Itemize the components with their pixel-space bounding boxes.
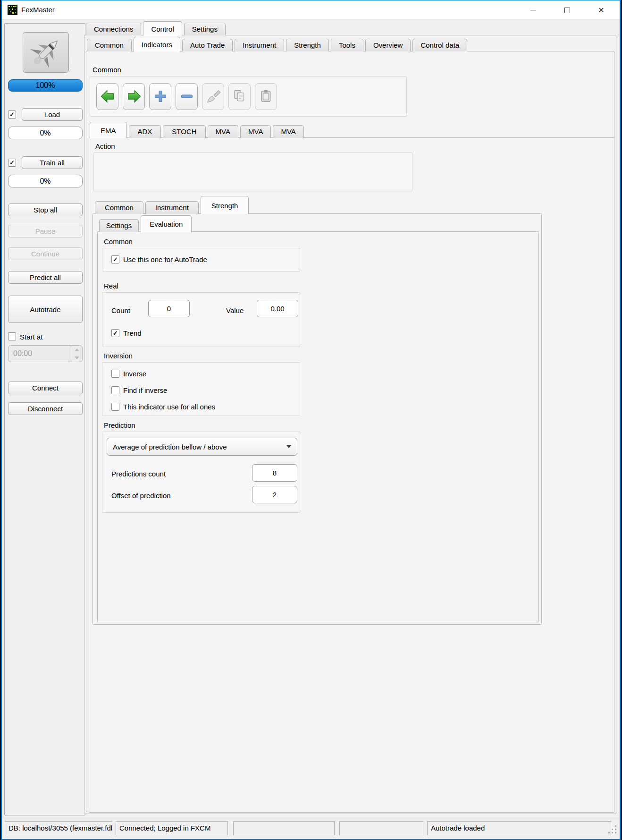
load-button[interactable]: Load bbox=[22, 108, 83, 121]
app-logo-button[interactable] bbox=[23, 32, 69, 73]
train-all-button-label: Train all bbox=[40, 159, 65, 167]
close-icon: ✕ bbox=[598, 6, 604, 15]
connect-button[interactable]: Connect bbox=[8, 382, 83, 394]
tab-control[interactable]: Control bbox=[143, 21, 182, 36]
main-progress-value: 100% bbox=[36, 81, 55, 90]
main-tab-bar: Connections Control Settings bbox=[86, 21, 226, 35]
status-connection: Connected; Logged in FXCM bbox=[116, 821, 228, 835]
tab-evaluation[interactable]: Evaluation bbox=[141, 215, 192, 232]
tab-stoch[interactable]: STOCH bbox=[163, 125, 205, 138]
offset-of-prediction-field[interactable]: 2 bbox=[252, 486, 297, 503]
arrow-right-icon bbox=[126, 89, 142, 104]
maximize-icon bbox=[564, 8, 570, 13]
tab-section-strength[interactable]: Strength bbox=[201, 196, 249, 214]
predict-all-button[interactable]: Predict all bbox=[8, 271, 83, 284]
tab-instrument[interactable]: Instrument bbox=[235, 39, 284, 51]
status-db: DB: localhost/3055 (fexmaster.fdb) bbox=[5, 821, 112, 835]
remove-button[interactable] bbox=[176, 83, 198, 110]
predictions-count-label: Predictions count bbox=[111, 470, 166, 478]
use-for-autotrade-label: Use this one for AutoTrade bbox=[123, 255, 207, 263]
load-checkbox[interactable]: ✓ bbox=[8, 110, 16, 119]
continue-label: Continue bbox=[31, 250, 59, 258]
value-value: 0.00 bbox=[270, 305, 284, 313]
predictions-count-field[interactable]: 8 bbox=[252, 464, 297, 482]
status-panel-4 bbox=[339, 821, 423, 835]
paste-icon bbox=[259, 89, 274, 104]
load-button-label: Load bbox=[44, 110, 60, 119]
maximize-button[interactable] bbox=[556, 2, 579, 18]
continue-button: Continue bbox=[8, 247, 83, 260]
tab-mva-3[interactable]: MVA bbox=[273, 125, 303, 138]
tab-ema[interactable]: EMA bbox=[90, 122, 127, 138]
tab-section-instrument[interactable]: Instrument bbox=[145, 201, 199, 214]
nav-back-button[interactable] bbox=[96, 83, 118, 110]
tab-section-common[interactable]: Common bbox=[95, 201, 143, 214]
tab-overview[interactable]: Overview bbox=[365, 39, 411, 51]
start-at-checkbox[interactable] bbox=[8, 332, 16, 340]
brush-icon bbox=[206, 89, 221, 104]
check-icon: ✓ bbox=[9, 111, 15, 118]
toolbar-group-label: Common bbox=[92, 66, 121, 74]
inverse-label: Inverse bbox=[123, 370, 146, 378]
trend-checkbox[interactable]: ✓ bbox=[111, 329, 119, 337]
start-time-value: 00:00 bbox=[8, 349, 32, 358]
prediction-method-select[interactable]: Average of prediction bellow / above bbox=[107, 438, 297, 456]
minimize-button[interactable] bbox=[522, 2, 545, 18]
find-if-inverse-label: Find if inverse bbox=[123, 386, 167, 394]
tab-tools[interactable]: Tools bbox=[331, 39, 363, 51]
stop-all-button[interactable]: Stop all bbox=[8, 204, 83, 216]
tab-strength[interactable]: Strength bbox=[286, 39, 329, 51]
predictions-count-value: 8 bbox=[273, 469, 277, 477]
tab-connections[interactable]: Connections bbox=[86, 23, 141, 35]
tab-control-data[interactable]: Control data bbox=[412, 39, 467, 51]
control-tab-bar: Common Indicators Auto Trade Instrument … bbox=[87, 36, 467, 51]
tab-indicators[interactable]: Indicators bbox=[134, 37, 180, 52]
check-icon: ✓ bbox=[9, 159, 15, 166]
indicator-tab-bar: EMA ADX STOCH MVA MVA MVA bbox=[90, 121, 304, 138]
action-group-label: Action bbox=[95, 142, 115, 150]
autotrade-button[interactable]: Autotrade bbox=[8, 296, 83, 323]
train-progress-bar: 0% bbox=[8, 175, 83, 187]
tab-mva-1[interactable]: MVA bbox=[208, 125, 238, 138]
train-checkbox[interactable]: ✓ bbox=[8, 159, 16, 167]
connect-label: Connect bbox=[32, 384, 59, 392]
train-progress-value: 0% bbox=[40, 177, 50, 186]
nav-forward-button[interactable] bbox=[123, 83, 145, 110]
inversion-group-label: Inversion bbox=[104, 352, 133, 360]
count-value: 0 bbox=[167, 305, 171, 313]
pause-button: Pause bbox=[8, 225, 83, 238]
indicator-use-for-all-checkbox[interactable] bbox=[111, 403, 119, 411]
paste-button bbox=[255, 83, 277, 110]
disconnect-label: Disconnect bbox=[28, 405, 63, 413]
value-field[interactable]: 0.00 bbox=[257, 300, 298, 317]
tab-settings[interactable]: Settings bbox=[184, 23, 226, 35]
tab-mva-2[interactable]: MVA bbox=[240, 125, 271, 138]
pause-label: Pause bbox=[35, 227, 56, 235]
count-label: Count bbox=[111, 306, 130, 314]
inverse-checkbox[interactable] bbox=[111, 370, 119, 378]
find-if-inverse-checkbox[interactable] bbox=[111, 386, 119, 394]
load-progress-bar: 0% bbox=[8, 127, 83, 139]
disconnect-button[interactable]: Disconnect bbox=[8, 402, 83, 415]
check-icon: ✓ bbox=[113, 256, 118, 263]
rocket-icon bbox=[27, 35, 65, 70]
count-field[interactable]: 0 bbox=[148, 300, 190, 317]
window-title: FexMaster bbox=[21, 0, 55, 19]
action-group bbox=[93, 153, 412, 191]
title-bar: FexMaster ✕ bbox=[2, 0, 620, 19]
copy-button bbox=[228, 83, 251, 110]
close-button[interactable]: ✕ bbox=[590, 2, 613, 18]
status-autotrade: Autotrade loaded bbox=[427, 821, 611, 835]
resize-grip[interactable] bbox=[615, 832, 616, 833]
tab-common[interactable]: Common bbox=[87, 39, 132, 51]
train-all-button[interactable]: Train all bbox=[22, 156, 83, 169]
tab-auto-trade[interactable]: Auto Trade bbox=[182, 39, 233, 51]
tab-adx[interactable]: ADX bbox=[129, 125, 161, 138]
chevron-down-icon bbox=[286, 445, 291, 448]
tab-eval-settings[interactable]: Settings bbox=[99, 219, 139, 232]
check-icon: ✓ bbox=[113, 330, 118, 337]
app-window: FexMaster ✕ 100% ✓ Load 0% bbox=[1, 0, 621, 840]
use-for-autotrade-checkbox[interactable]: ✓ bbox=[111, 255, 119, 263]
value-label: Value bbox=[226, 306, 244, 314]
add-button[interactable] bbox=[149, 83, 171, 110]
